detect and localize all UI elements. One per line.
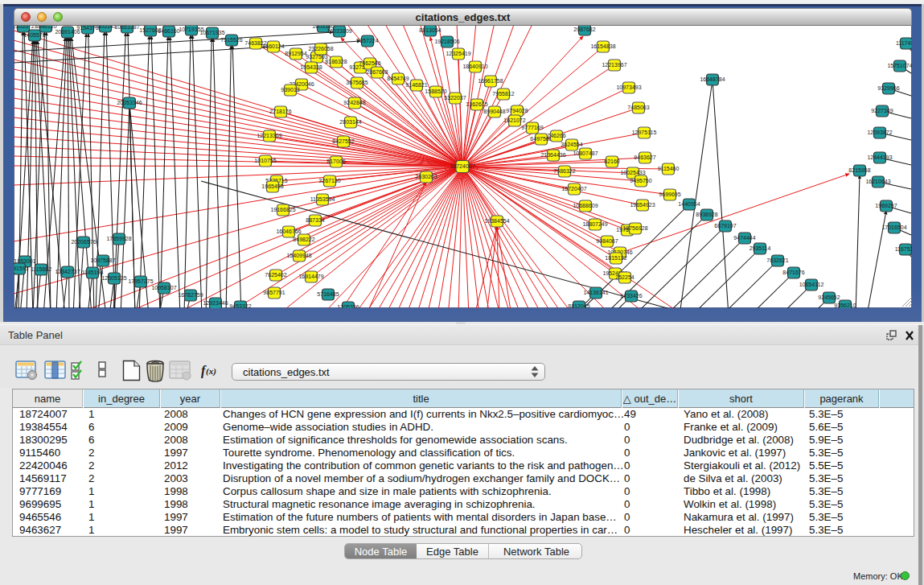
svg-text:12444193: 12444193 bbox=[867, 154, 892, 160]
svg-text:9857791: 9857791 bbox=[263, 290, 285, 295]
svg-text:9146821: 9146821 bbox=[405, 82, 427, 88]
svg-text:10973493: 10973493 bbox=[616, 84, 641, 90]
svg-text:16210643: 16210643 bbox=[865, 179, 890, 184]
svg-text:16648784: 16648784 bbox=[700, 76, 725, 82]
svg-text:10958107: 10958107 bbox=[151, 285, 176, 290]
svg-text:16961758: 16961758 bbox=[478, 78, 503, 84]
svg-text:2803144: 2803144 bbox=[339, 119, 361, 125]
svg-text:23226058: 23226058 bbox=[308, 46, 333, 51]
svg-text:8454749: 8454749 bbox=[387, 76, 409, 81]
svg-text:7485063: 7485063 bbox=[627, 105, 649, 110]
svg-text:7632621: 7632621 bbox=[766, 257, 788, 263]
svg-text:1362615: 1362615 bbox=[466, 101, 487, 107]
svg-text:19654923: 19654923 bbox=[630, 202, 655, 208]
svg-text:14136141: 14136141 bbox=[583, 290, 608, 295]
svg-text:17016504: 17016504 bbox=[881, 225, 906, 230]
svg-text:9453322: 9453322 bbox=[229, 303, 251, 308]
svg-text:2867608: 2867608 bbox=[366, 69, 388, 75]
svg-text:12342737: 12342737 bbox=[55, 269, 80, 274]
svg-text:15409948: 15409948 bbox=[286, 253, 311, 258]
svg-text:6466160: 6466160 bbox=[158, 28, 179, 34]
svg-text:15751074: 15751074 bbox=[887, 63, 912, 68]
svg-text:3267130: 3267130 bbox=[318, 178, 340, 183]
svg-text:10807487: 10807487 bbox=[573, 150, 598, 156]
svg-text:8215958: 8215958 bbox=[848, 167, 870, 173]
svg-text:1115682: 1115682 bbox=[31, 266, 51, 272]
svg-text:1733426: 1733426 bbox=[620, 293, 642, 299]
svg-text:19218506: 19218506 bbox=[434, 39, 459, 44]
svg-text:12923446: 12923446 bbox=[203, 300, 228, 306]
svg-text:3675685: 3675685 bbox=[346, 80, 368, 85]
svg-text:17859928: 17859928 bbox=[106, 236, 131, 241]
svg-text:9794028: 9794028 bbox=[506, 108, 528, 113]
svg-text:9227349: 9227349 bbox=[871, 108, 893, 113]
svg-text:15720407: 15720407 bbox=[561, 186, 586, 192]
svg-text:12505135: 12505135 bbox=[101, 275, 126, 281]
svg-text:1969297: 1969297 bbox=[875, 203, 897, 208]
svg-text:17957275: 17957275 bbox=[128, 278, 153, 284]
svg-text:(x): (x) bbox=[206, 366, 216, 377]
svg-text:16154838: 16154838 bbox=[590, 43, 615, 49]
svg-text:5322037: 5322037 bbox=[444, 95, 466, 101]
svg-text:12213369: 12213369 bbox=[257, 133, 281, 138]
svg-text:2718176: 2718176 bbox=[269, 109, 291, 114]
svg-text:1605143: 1605143 bbox=[94, 26, 116, 29]
svg-text:8660124: 8660124 bbox=[262, 43, 284, 49]
svg-text:6879197: 6879197 bbox=[714, 223, 736, 229]
svg-text:8427552: 8427552 bbox=[332, 138, 354, 144]
svg-text:18807249: 18807249 bbox=[582, 221, 607, 227]
svg-text:20206576: 20206576 bbox=[71, 239, 96, 245]
svg-text:16033809: 16033809 bbox=[326, 28, 351, 34]
svg-text:5716485: 5716485 bbox=[317, 291, 339, 297]
svg-text:252254: 252254 bbox=[615, 274, 634, 280]
svg-text:1965495: 1965495 bbox=[261, 183, 283, 189]
svg-text:817006: 817006 bbox=[326, 159, 345, 164]
svg-text:887334: 887334 bbox=[306, 217, 324, 223]
svg-text:10671935: 10671935 bbox=[199, 30, 224, 35]
svg-text:20053346: 20053346 bbox=[117, 100, 142, 105]
svg-text:9245652: 9245652 bbox=[818, 295, 840, 300]
svg-text:9084067: 9084067 bbox=[596, 238, 618, 244]
svg-text:7462546: 7462546 bbox=[359, 60, 380, 66]
svg-text:12325419: 12325419 bbox=[446, 51, 470, 56]
svg-text:19166825: 19166825 bbox=[270, 207, 295, 212]
svg-text:19756928: 19756928 bbox=[622, 225, 647, 231]
svg-text:1145194: 1145194 bbox=[82, 270, 104, 275]
svg-text:16782759: 16782759 bbox=[178, 292, 203, 298]
svg-text:1054338: 1054338 bbox=[300, 64, 322, 70]
svg-text:9329966: 9329966 bbox=[877, 85, 899, 91]
svg-text:7955812: 7955812 bbox=[492, 91, 514, 97]
svg-text:8938928: 8938928 bbox=[696, 212, 717, 217]
svg-text:8912954: 8912954 bbox=[285, 51, 306, 56]
svg-text:1405572: 1405572 bbox=[23, 32, 45, 38]
svg-text:10688609: 10688609 bbox=[573, 203, 598, 208]
svg-text:10654112: 10654112 bbox=[799, 282, 824, 287]
svg-text:12213967: 12213967 bbox=[602, 62, 626, 68]
svg-text:16046766: 16046766 bbox=[276, 229, 301, 234]
svg-text:7515526: 7515526 bbox=[220, 37, 242, 43]
svg-text:9699695: 9699695 bbox=[659, 192, 680, 197]
svg-text:8812045: 8812045 bbox=[568, 303, 589, 308]
svg-text:746266: 746266 bbox=[547, 133, 565, 138]
svg-text:9474444: 9474444 bbox=[733, 235, 755, 241]
svg-text:8846120: 8846120 bbox=[35, 26, 56, 29]
svg-text:9495750: 9495750 bbox=[630, 178, 651, 183]
svg-text:18640910: 18640910 bbox=[462, 64, 487, 69]
svg-text:10653287: 10653287 bbox=[114, 26, 139, 30]
svg-text:8471676: 8471676 bbox=[782, 270, 804, 275]
svg-text:9242848: 9242848 bbox=[343, 100, 365, 105]
svg-text:8186328: 8186328 bbox=[325, 59, 347, 64]
svg-text:1440954: 1440954 bbox=[678, 201, 700, 207]
svg-text:939013: 939013 bbox=[281, 87, 299, 93]
svg-text:1588520: 1588520 bbox=[425, 89, 446, 94]
svg-text:2935114: 2935114 bbox=[749, 245, 771, 251]
svg-text:9115460: 9115460 bbox=[658, 166, 680, 171]
svg-text:62160: 62160 bbox=[604, 159, 620, 164]
svg-text:12975115: 12975115 bbox=[632, 130, 657, 135]
svg-text:9356210: 9356210 bbox=[834, 303, 856, 308]
svg-text:1621072: 1621072 bbox=[503, 117, 525, 123]
svg-text:391591: 391591 bbox=[14, 266, 29, 271]
svg-text:10975887: 10975887 bbox=[90, 257, 115, 263]
svg-text:8990448: 8990448 bbox=[483, 109, 505, 114]
svg-text:9463627: 9463627 bbox=[634, 154, 655, 160]
